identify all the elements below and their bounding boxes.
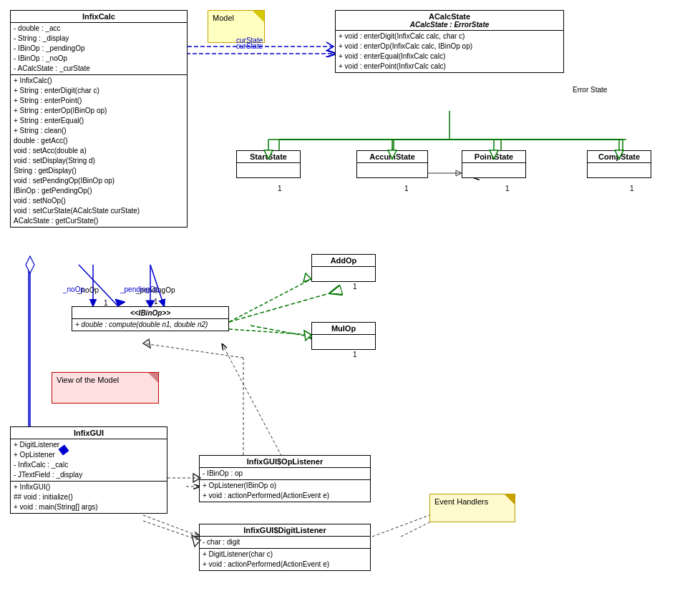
ibinop-header: <<IBinOp>> (72, 307, 228, 319)
svg-line-61 (143, 521, 199, 540)
svg-marker-45 (456, 170, 462, 176)
attr-acc: - double : _acc (14, 24, 184, 34)
ibinop-methods: + double : compute(double n1, double n2) (72, 319, 228, 331)
pendingop-label: _pendingOp (136, 286, 175, 294)
error-state-label: Error State (573, 86, 607, 94)
compstate-box: CompState (587, 150, 651, 178)
infixgui-oplistener-methods: + OpListener(IBinOp o) + void : actionPe… (200, 480, 370, 502)
mulop-body (312, 335, 375, 349)
infixgui-oplistener-box: InfixGUI$OpListener - IBinOp : op + OpLi… (199, 455, 371, 502)
svg-text:1: 1 (154, 298, 158, 306)
startstate-header: StartState (237, 151, 300, 163)
svg-marker-65 (143, 339, 150, 348)
addop-1: 1 (353, 283, 357, 290)
infixgui-digitlistener-methods: + DigitListener(char c) + void : actionP… (200, 549, 370, 570)
infixgui-oplistener-header: InfixGUI$OpListener (200, 456, 370, 468)
svg-line-55 (229, 279, 311, 322)
svg-marker-58 (304, 331, 311, 341)
svg-marker-47 (115, 299, 125, 306)
infixcalc-header: InfixCalc (11, 11, 187, 23)
svg-line-57 (229, 329, 311, 335)
svg-marker-53 (26, 256, 34, 273)
infixcalc-box: InfixCalc - double : _acc - String : _di… (10, 10, 188, 228)
acalcstate-subname: ACalcState : ErrorState (339, 21, 560, 29)
infixcalc-name: InfixCalc (82, 12, 115, 21)
model-note-text: Model (213, 14, 234, 22)
addop-box: AddOp (311, 254, 376, 282)
accumstate-header: AccumState (357, 151, 427, 163)
acalcstate-header: ACalcState ACalcState : ErrorState (336, 11, 563, 31)
svg-text:curState: curState (236, 42, 263, 50)
attr-curstate: - ACalcState : _curState (14, 64, 184, 74)
infixgui-digitlistener-box: InfixGUI$DigitListener - char : digit + … (199, 524, 371, 571)
mulop-1: 1 (353, 351, 357, 358)
acalcstate-methods: + void : enterDigit(InfixCalc calc, char… (336, 31, 563, 72)
accumstate-1: 1 (404, 185, 409, 192)
pointstate-box: PointState (462, 150, 526, 178)
acalcstate-box: ACalcState ACalcState : ErrorState + voi… (335, 10, 564, 73)
startstate-1: 1 (278, 185, 282, 192)
noop-label: _noOp (77, 286, 99, 294)
mulop-header: MulOp (312, 323, 375, 335)
ibinop-box: <<IBinOp>> + double : compute(double n1,… (72, 306, 229, 331)
compstate-1: 1 (630, 185, 634, 192)
infixgui-attributes: + DigitListener + OpListener - InfixCalc… (11, 439, 167, 482)
pointstate-header: PointState (462, 151, 525, 163)
attr-pendingop: - IBinOp : _pendingOp (14, 44, 184, 54)
svg-marker-56 (303, 273, 311, 282)
attr-display: - String : _display (14, 34, 184, 44)
infixcalc-attributes: - double : _acc - String : _display - IB… (11, 23, 187, 75)
attr-noop: - IBinOp : _noOp (14, 54, 184, 64)
svg-line-24 (143, 515, 200, 537)
infixcalc-methods: + InfixCalc() + String : enterDigit(char… (11, 75, 187, 227)
event-handlers-note: Event Handlers (429, 494, 515, 522)
view-of-model-text: View of the Model (57, 376, 119, 384)
startstate-body (237, 163, 300, 177)
acalcstate-name: ACalcState (339, 12, 560, 21)
accumstate-box: AccumState (356, 150, 428, 178)
pointstate-1: 1 (505, 185, 510, 192)
infixgui-digitlistener-header: InfixGUI$DigitListener (200, 524, 370, 537)
model-note: Model (208, 10, 265, 43)
startstate-box: StartState (236, 150, 301, 178)
infixgui-oplistener-attributes: - IBinOp : op (200, 468, 370, 480)
svg-line-25 (222, 343, 286, 465)
infixgui-box: InfixGUI + DigitListener + OpListener - … (10, 426, 167, 514)
svg-line-17 (229, 293, 329, 322)
event-handlers-text: Event Handlers (434, 497, 488, 506)
addop-body (312, 267, 375, 281)
view-of-model-note: View of the Model (52, 372, 159, 404)
infixgui-methods: + InfixGUI() ## void : initialize() + vo… (11, 482, 167, 513)
compstate-header: CompState (588, 151, 651, 163)
addop-header: AddOp (312, 255, 375, 267)
svg-line-46 (79, 265, 118, 306)
svg-line-66 (372, 515, 429, 537)
infixgui-header: InfixGUI (11, 427, 167, 439)
svg-line-18 (251, 326, 308, 336)
compstate-body (588, 163, 651, 177)
mulop-box: MulOp (311, 322, 376, 350)
infixgui-digitlistener-attributes: - char : digit (200, 537, 370, 549)
pointstate-body (462, 163, 525, 177)
accumstate-body (357, 163, 427, 177)
svg-line-64 (143, 343, 243, 358)
